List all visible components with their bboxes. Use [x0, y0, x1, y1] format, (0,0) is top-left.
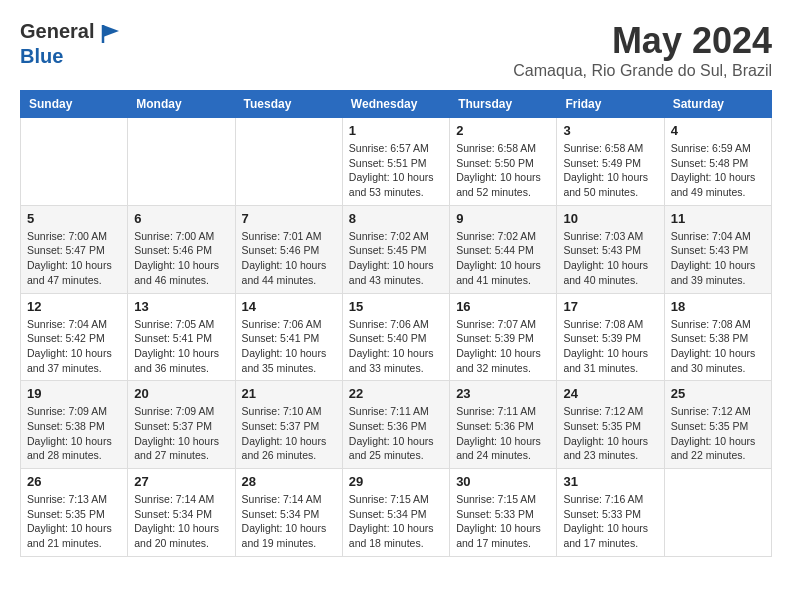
- day-number: 18: [671, 299, 765, 314]
- day-number: 15: [349, 299, 443, 314]
- calendar-cell: [21, 118, 128, 206]
- day-info: Sunrise: 7:16 AMSunset: 5:33 PMDaylight:…: [563, 492, 657, 551]
- logo: General Blue: [20, 20, 121, 68]
- day-info: Sunrise: 7:11 AMSunset: 5:36 PMDaylight:…: [349, 404, 443, 463]
- day-number: 19: [27, 386, 121, 401]
- day-number: 27: [134, 474, 228, 489]
- day-number: 5: [27, 211, 121, 226]
- logo-text: General Blue: [20, 20, 121, 68]
- day-info: Sunrise: 7:10 AMSunset: 5:37 PMDaylight:…: [242, 404, 336, 463]
- month-title: May 2024: [513, 20, 772, 62]
- day-info: Sunrise: 7:04 AMSunset: 5:42 PMDaylight:…: [27, 317, 121, 376]
- day-info: Sunrise: 7:06 AMSunset: 5:41 PMDaylight:…: [242, 317, 336, 376]
- day-number: 31: [563, 474, 657, 489]
- calendar-cell: 7Sunrise: 7:01 AMSunset: 5:46 PMDaylight…: [235, 205, 342, 293]
- day-info: Sunrise: 7:15 AMSunset: 5:34 PMDaylight:…: [349, 492, 443, 551]
- calendar-week-row: 1Sunrise: 6:57 AMSunset: 5:51 PMDaylight…: [21, 118, 772, 206]
- day-header-wednesday: Wednesday: [342, 91, 449, 118]
- day-number: 11: [671, 211, 765, 226]
- logo-blue: Blue: [20, 45, 121, 68]
- day-info: Sunrise: 7:07 AMSunset: 5:39 PMDaylight:…: [456, 317, 550, 376]
- calendar-cell: 4Sunrise: 6:59 AMSunset: 5:48 PMDaylight…: [664, 118, 771, 206]
- calendar-cell: 24Sunrise: 7:12 AMSunset: 5:35 PMDayligh…: [557, 381, 664, 469]
- day-info: Sunrise: 7:09 AMSunset: 5:38 PMDaylight:…: [27, 404, 121, 463]
- calendar-cell: [664, 469, 771, 557]
- day-number: 21: [242, 386, 336, 401]
- calendar-table: SundayMondayTuesdayWednesdayThursdayFrid…: [20, 90, 772, 557]
- calendar-week-row: 5Sunrise: 7:00 AMSunset: 5:47 PMDaylight…: [21, 205, 772, 293]
- day-info: Sunrise: 6:57 AMSunset: 5:51 PMDaylight:…: [349, 141, 443, 200]
- calendar-cell: 27Sunrise: 7:14 AMSunset: 5:34 PMDayligh…: [128, 469, 235, 557]
- day-number: 7: [242, 211, 336, 226]
- calendar-cell: [235, 118, 342, 206]
- day-header-tuesday: Tuesday: [235, 91, 342, 118]
- calendar-week-row: 12Sunrise: 7:04 AMSunset: 5:42 PMDayligh…: [21, 293, 772, 381]
- day-number: 16: [456, 299, 550, 314]
- day-number: 2: [456, 123, 550, 138]
- page-header: General Blue May 2024 Camaqua, Rio Grand…: [20, 20, 772, 80]
- day-info: Sunrise: 7:01 AMSunset: 5:46 PMDaylight:…: [242, 229, 336, 288]
- day-info: Sunrise: 7:12 AMSunset: 5:35 PMDaylight:…: [671, 404, 765, 463]
- day-number: 30: [456, 474, 550, 489]
- calendar-week-row: 26Sunrise: 7:13 AMSunset: 5:35 PMDayligh…: [21, 469, 772, 557]
- day-info: Sunrise: 7:12 AMSunset: 5:35 PMDaylight:…: [563, 404, 657, 463]
- calendar-cell: 28Sunrise: 7:14 AMSunset: 5:34 PMDayligh…: [235, 469, 342, 557]
- calendar-week-row: 19Sunrise: 7:09 AMSunset: 5:38 PMDayligh…: [21, 381, 772, 469]
- day-number: 1: [349, 123, 443, 138]
- day-info: Sunrise: 6:59 AMSunset: 5:48 PMDaylight:…: [671, 141, 765, 200]
- calendar-cell: 18Sunrise: 7:08 AMSunset: 5:38 PMDayligh…: [664, 293, 771, 381]
- day-number: 24: [563, 386, 657, 401]
- day-number: 14: [242, 299, 336, 314]
- day-info: Sunrise: 7:13 AMSunset: 5:35 PMDaylight:…: [27, 492, 121, 551]
- day-number: 23: [456, 386, 550, 401]
- day-number: 9: [456, 211, 550, 226]
- calendar-cell: 6Sunrise: 7:00 AMSunset: 5:46 PMDaylight…: [128, 205, 235, 293]
- day-number: 22: [349, 386, 443, 401]
- calendar-cell: 8Sunrise: 7:02 AMSunset: 5:45 PMDaylight…: [342, 205, 449, 293]
- day-number: 25: [671, 386, 765, 401]
- day-info: Sunrise: 7:08 AMSunset: 5:39 PMDaylight:…: [563, 317, 657, 376]
- day-info: Sunrise: 6:58 AMSunset: 5:50 PMDaylight:…: [456, 141, 550, 200]
- calendar-cell: 21Sunrise: 7:10 AMSunset: 5:37 PMDayligh…: [235, 381, 342, 469]
- day-number: 13: [134, 299, 228, 314]
- day-info: Sunrise: 7:14 AMSunset: 5:34 PMDaylight:…: [242, 492, 336, 551]
- calendar-cell: 25Sunrise: 7:12 AMSunset: 5:35 PMDayligh…: [664, 381, 771, 469]
- calendar-cell: 29Sunrise: 7:15 AMSunset: 5:34 PMDayligh…: [342, 469, 449, 557]
- day-info: Sunrise: 7:14 AMSunset: 5:34 PMDaylight:…: [134, 492, 228, 551]
- day-info: Sunrise: 7:11 AMSunset: 5:36 PMDaylight:…: [456, 404, 550, 463]
- title-area: May 2024 Camaqua, Rio Grande do Sul, Bra…: [513, 20, 772, 80]
- calendar-cell: 30Sunrise: 7:15 AMSunset: 5:33 PMDayligh…: [450, 469, 557, 557]
- day-number: 12: [27, 299, 121, 314]
- day-number: 8: [349, 211, 443, 226]
- calendar-cell: 17Sunrise: 7:08 AMSunset: 5:39 PMDayligh…: [557, 293, 664, 381]
- calendar-cell: 9Sunrise: 7:02 AMSunset: 5:44 PMDaylight…: [450, 205, 557, 293]
- day-info: Sunrise: 7:02 AMSunset: 5:44 PMDaylight:…: [456, 229, 550, 288]
- day-number: 28: [242, 474, 336, 489]
- logo-flag-icon: [101, 23, 121, 45]
- calendar-cell: 10Sunrise: 7:03 AMSunset: 5:43 PMDayligh…: [557, 205, 664, 293]
- calendar-cell: 13Sunrise: 7:05 AMSunset: 5:41 PMDayligh…: [128, 293, 235, 381]
- day-info: Sunrise: 7:00 AMSunset: 5:46 PMDaylight:…: [134, 229, 228, 288]
- day-number: 29: [349, 474, 443, 489]
- calendar-cell: 16Sunrise: 7:07 AMSunset: 5:39 PMDayligh…: [450, 293, 557, 381]
- day-header-friday: Friday: [557, 91, 664, 118]
- day-number: 4: [671, 123, 765, 138]
- day-number: 10: [563, 211, 657, 226]
- day-info: Sunrise: 6:58 AMSunset: 5:49 PMDaylight:…: [563, 141, 657, 200]
- day-number: 17: [563, 299, 657, 314]
- calendar-cell: 14Sunrise: 7:06 AMSunset: 5:41 PMDayligh…: [235, 293, 342, 381]
- calendar-cell: 19Sunrise: 7:09 AMSunset: 5:38 PMDayligh…: [21, 381, 128, 469]
- calendar-cell: [128, 118, 235, 206]
- calendar-cell: 20Sunrise: 7:09 AMSunset: 5:37 PMDayligh…: [128, 381, 235, 469]
- calendar-cell: 31Sunrise: 7:16 AMSunset: 5:33 PMDayligh…: [557, 469, 664, 557]
- day-number: 6: [134, 211, 228, 226]
- day-info: Sunrise: 7:05 AMSunset: 5:41 PMDaylight:…: [134, 317, 228, 376]
- day-info: Sunrise: 7:15 AMSunset: 5:33 PMDaylight:…: [456, 492, 550, 551]
- calendar-cell: 26Sunrise: 7:13 AMSunset: 5:35 PMDayligh…: [21, 469, 128, 557]
- day-number: 26: [27, 474, 121, 489]
- calendar-cell: 23Sunrise: 7:11 AMSunset: 5:36 PMDayligh…: [450, 381, 557, 469]
- day-info: Sunrise: 7:06 AMSunset: 5:40 PMDaylight:…: [349, 317, 443, 376]
- logo-general: General: [20, 20, 94, 42]
- day-info: Sunrise: 7:08 AMSunset: 5:38 PMDaylight:…: [671, 317, 765, 376]
- day-info: Sunrise: 7:04 AMSunset: 5:43 PMDaylight:…: [671, 229, 765, 288]
